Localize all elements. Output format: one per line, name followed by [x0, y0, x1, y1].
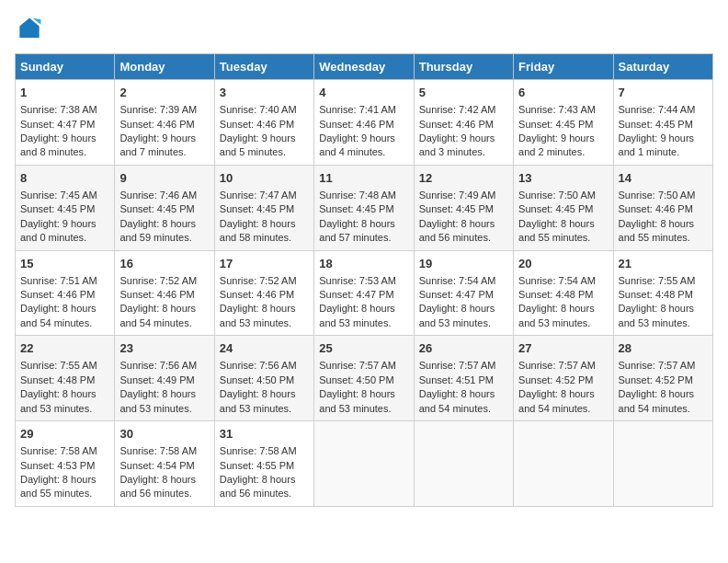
day-number: 24 [220, 340, 309, 357]
sunrise: Sunrise: 7:38 AM [20, 104, 97, 115]
calendar-cell: 15Sunrise: 7:51 AMSunset: 4:46 PMDayligh… [16, 250, 115, 336]
sunrise: Sunrise: 7:50 AM [619, 190, 696, 201]
daylight: Daylight: 8 hours and 54 minutes. [119, 303, 196, 327]
calendar-cell: 1Sunrise: 7:38 AMSunset: 4:47 PMDaylight… [16, 80, 115, 166]
sunset: Sunset: 4:47 PM [20, 119, 95, 130]
sunset: Sunset: 4:51 PM [419, 374, 494, 385]
calendar-cell: 3Sunrise: 7:40 AMSunset: 4:46 PMDaylight… [214, 80, 313, 166]
sunrise: Sunrise: 7:44 AM [619, 104, 696, 115]
daylight: Daylight: 9 hours and 8 minutes. [20, 132, 97, 157]
sunrise: Sunrise: 7:49 AM [419, 190, 496, 201]
sunrise: Sunrise: 7:58 AM [20, 445, 97, 456]
sunset: Sunset: 4:45 PM [20, 203, 95, 214]
sunrise: Sunrise: 7:39 AM [119, 104, 197, 115]
sunset: Sunset: 4:50 PM [319, 374, 393, 385]
sunrise: Sunrise: 7:55 AM [20, 360, 97, 371]
day-number: 14 [619, 170, 708, 187]
daylight: Daylight: 8 hours and 55 minutes. [619, 218, 695, 243]
daylight: Daylight: 8 hours and 53 minutes. [220, 303, 296, 327]
sunset: Sunset: 4:49 PM [119, 374, 194, 385]
daylight: Daylight: 9 hours and 3 minutes. [419, 132, 495, 157]
sunrise: Sunrise: 7:58 AM [220, 445, 297, 456]
day-number: 4 [319, 85, 408, 101]
daylight: Daylight: 8 hours and 54 minutes. [20, 303, 97, 327]
day-number: 16 [119, 256, 209, 272]
week-row-3: 15Sunrise: 7:51 AMSunset: 4:46 PMDayligh… [16, 250, 713, 336]
calendar-cell: 22Sunrise: 7:55 AMSunset: 4:48 PMDayligh… [16, 336, 115, 421]
daylight: Daylight: 8 hours and 55 minutes. [518, 218, 595, 243]
daylight: Daylight: 8 hours and 53 minutes. [319, 388, 395, 413]
sunset: Sunset: 4:52 PM [619, 374, 693, 385]
daylight: Daylight: 8 hours and 53 minutes. [220, 388, 296, 413]
col-header-friday: Friday [514, 54, 613, 80]
calendar-cell: 26Sunrise: 7:57 AMSunset: 4:51 PMDayligh… [414, 336, 513, 421]
day-number: 8 [20, 170, 109, 187]
calendar-cell: 17Sunrise: 7:52 AMSunset: 4:46 PMDayligh… [214, 250, 313, 336]
svg-marker-0 [19, 18, 39, 38]
sunrise: Sunrise: 7:52 AM [119, 275, 197, 286]
day-number: 7 [619, 85, 708, 101]
sunset: Sunset: 4:45 PM [518, 119, 593, 130]
sunset: Sunset: 4:46 PM [20, 289, 95, 300]
sunset: Sunset: 4:45 PM [220, 203, 294, 214]
sunset: Sunset: 4:46 PM [619, 203, 693, 214]
daylight: Daylight: 9 hours and 2 minutes. [518, 132, 595, 157]
col-header-tuesday: Tuesday [214, 54, 313, 80]
sunset: Sunset: 4:55 PM [220, 460, 294, 471]
week-row-5: 29Sunrise: 7:58 AMSunset: 4:53 PMDayligh… [16, 421, 713, 507]
daylight: Daylight: 8 hours and 53 minutes. [619, 303, 695, 327]
page-header [15, 15, 713, 44]
sunset: Sunset: 4:48 PM [619, 289, 693, 300]
sunrise: Sunrise: 7:57 AM [319, 360, 396, 371]
sunset: Sunset: 4:45 PM [518, 203, 593, 214]
sunrise: Sunrise: 7:53 AM [319, 275, 396, 286]
calendar-cell: 27Sunrise: 7:57 AMSunset: 4:52 PMDayligh… [514, 336, 613, 421]
calendar-cell: 9Sunrise: 7:46 AMSunset: 4:45 PMDaylight… [115, 165, 214, 250]
calendar-cell: 24Sunrise: 7:56 AMSunset: 4:50 PMDayligh… [214, 336, 313, 421]
calendar-cell: 14Sunrise: 7:50 AMSunset: 4:46 PMDayligh… [613, 165, 712, 250]
calendar-cell: 18Sunrise: 7:53 AMSunset: 4:47 PMDayligh… [314, 250, 414, 336]
daylight: Daylight: 8 hours and 58 minutes. [220, 218, 296, 243]
calendar-cell: 29Sunrise: 7:58 AMSunset: 4:53 PMDayligh… [16, 421, 115, 507]
sunrise: Sunrise: 7:58 AM [119, 445, 197, 456]
day-number: 22 [20, 340, 109, 357]
col-header-sunday: Sunday [16, 54, 115, 80]
daylight: Daylight: 8 hours and 56 minutes. [220, 474, 296, 499]
sunrise: Sunrise: 7:57 AM [619, 360, 696, 371]
calendar-cell: 12Sunrise: 7:49 AMSunset: 4:45 PMDayligh… [414, 165, 513, 250]
calendar-cell: 6Sunrise: 7:43 AMSunset: 4:45 PMDaylight… [514, 80, 613, 166]
sunset: Sunset: 4:46 PM [220, 289, 294, 300]
calendar-cell: 13Sunrise: 7:50 AMSunset: 4:45 PMDayligh… [514, 165, 613, 250]
calendar-cell: 10Sunrise: 7:47 AMSunset: 4:45 PMDayligh… [214, 165, 313, 250]
calendar-cell: 21Sunrise: 7:55 AMSunset: 4:48 PMDayligh… [613, 250, 712, 336]
daylight: Daylight: 8 hours and 54 minutes. [619, 388, 695, 413]
day-number: 11 [319, 170, 408, 187]
calendar-cell: 28Sunrise: 7:57 AMSunset: 4:52 PMDayligh… [613, 336, 712, 421]
sunrise: Sunrise: 7:46 AM [119, 190, 197, 201]
sunset: Sunset: 4:46 PM [220, 119, 294, 130]
sunset: Sunset: 4:46 PM [319, 119, 393, 130]
day-number: 21 [619, 256, 708, 272]
sunrise: Sunrise: 7:45 AM [20, 190, 97, 201]
sunset: Sunset: 4:48 PM [20, 374, 95, 385]
logo-icon [15, 15, 44, 44]
daylight: Daylight: 9 hours and 0 minutes. [20, 218, 97, 243]
calendar-cell: 25Sunrise: 7:57 AMSunset: 4:50 PMDayligh… [314, 336, 414, 421]
sunrise: Sunrise: 7:55 AM [619, 275, 696, 286]
day-number: 13 [518, 170, 608, 187]
calendar-cell: 2Sunrise: 7:39 AMSunset: 4:46 PMDaylight… [115, 80, 214, 166]
sunrise: Sunrise: 7:50 AM [518, 190, 596, 201]
day-number: 5 [419, 85, 508, 101]
week-row-1: 1Sunrise: 7:38 AMSunset: 4:47 PMDaylight… [16, 80, 713, 166]
sunset: Sunset: 4:53 PM [20, 460, 95, 471]
calendar-cell: 30Sunrise: 7:58 AMSunset: 4:54 PMDayligh… [115, 421, 214, 507]
day-number: 18 [319, 256, 408, 272]
sunset: Sunset: 4:52 PM [518, 374, 593, 385]
day-number: 19 [419, 256, 508, 272]
sunset: Sunset: 4:45 PM [419, 203, 494, 214]
sunset: Sunset: 4:50 PM [220, 374, 294, 385]
day-number: 25 [319, 340, 408, 357]
daylight: Daylight: 8 hours and 53 minutes. [419, 303, 495, 327]
day-number: 26 [419, 340, 508, 357]
sunset: Sunset: 4:46 PM [419, 119, 494, 130]
